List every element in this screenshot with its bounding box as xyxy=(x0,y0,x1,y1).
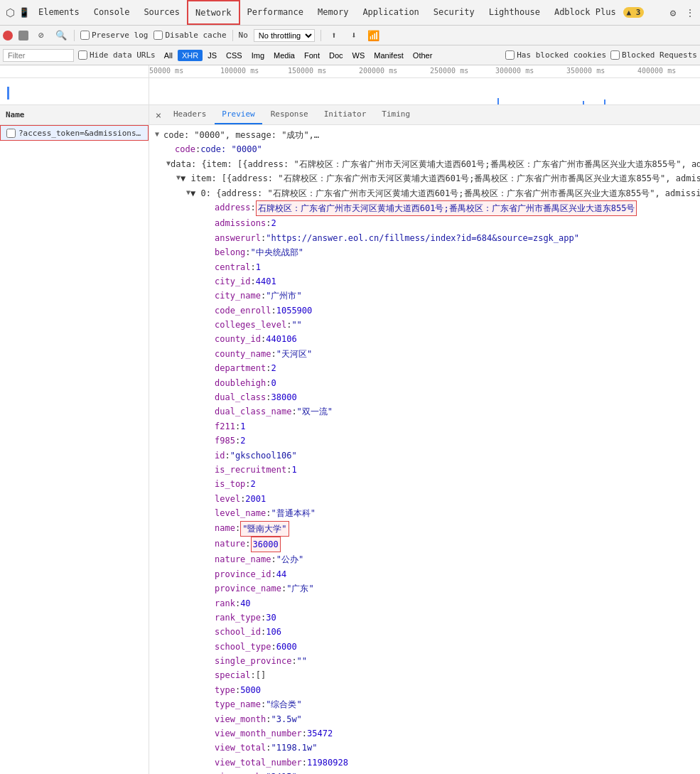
tab-memory[interactable]: Memory xyxy=(311,0,355,25)
scale-mark-8: 400000 ms xyxy=(637,67,676,75)
detail-tab-preview[interactable]: Preview xyxy=(215,105,262,124)
disable-cache-checkbox[interactable] xyxy=(154,31,163,40)
more-icon[interactable]: ⋮ xyxy=(683,6,697,20)
field-code-enroll: code_enroll: 1055900 xyxy=(155,303,694,318)
detail-tab-headers[interactable]: Headers xyxy=(166,105,213,124)
field-type-name: type_name: "综合类" xyxy=(155,697,694,711)
scale-mark-3: 150000 ms xyxy=(288,67,326,75)
settings-icon[interactable]: ⚙ xyxy=(666,6,680,20)
timeline-bar: 50000 ms 100000 ms 150000 ms 200000 ms 2… xyxy=(0,65,700,105)
tab-application[interactable]: Application xyxy=(355,0,426,25)
inspect-icon[interactable]: ⬡ xyxy=(3,6,17,20)
search-icon[interactable]: 🔍 xyxy=(54,28,68,43)
field-address: address: 石牌校区：广东省广州市天河区黄埔大道西601号;番禺校区：广东… xyxy=(155,200,694,216)
wifi-icon[interactable]: 📶 xyxy=(367,28,381,43)
device-icon[interactable]: 📱 xyxy=(17,6,31,20)
timeline-waterfall xyxy=(149,78,700,104)
download-icon[interactable]: ⬇ xyxy=(347,28,361,43)
scale-mark-6: 300000 ms xyxy=(495,67,534,75)
throttle-select[interactable]: No throttling Fast 3G Slow 3G xyxy=(254,29,315,42)
hide-data-urls-checkbox[interactable] xyxy=(78,50,87,60)
preserve-log-checkbox[interactable] xyxy=(80,31,90,40)
filter-doc-btn[interactable]: Doc xyxy=(325,50,348,61)
field-f985: f985: 2 xyxy=(155,434,694,448)
has-blocked-checkbox[interactable] xyxy=(505,50,515,60)
no-throttling-label: No xyxy=(239,31,248,40)
preserve-log-label[interactable]: Preserve log xyxy=(80,31,148,40)
field-is-recruitment: is_recruitment: 1 xyxy=(155,463,694,477)
hide-data-urls-label[interactable]: Hide data URLs xyxy=(78,50,156,60)
item0-summary-line: ▼ 0: {address: "石牌校区：广东省广州市天河区黄埔大道西601号;… xyxy=(155,186,694,200)
main-tabs: Elements Console Sources Network Perform… xyxy=(31,0,644,25)
field-colleges-level: colleges_level: "" xyxy=(155,318,694,332)
filter-ws-btn[interactable]: WS xyxy=(348,50,370,61)
scale-mark-7: 350000 ms xyxy=(566,67,605,75)
tab-performance[interactable]: Performance xyxy=(240,0,311,25)
tab-adblock[interactable]: Adblock Plus xyxy=(547,0,623,25)
field-city-id: city_id: 4401 xyxy=(155,274,694,289)
tab-network[interactable]: Network xyxy=(187,0,240,25)
field-view-week: view_week: "2415" xyxy=(155,770,694,774)
field-central: central: 1 xyxy=(155,260,694,274)
field-level-name: level_name: "普通本科" xyxy=(155,506,694,520)
detail-panel: × Headers Preview Response Initiator Tim… xyxy=(149,105,700,774)
field-view-month-number: view_month_number: 35472 xyxy=(155,726,694,741)
field-special: special: [] xyxy=(155,668,694,682)
devtools-tab-bar: ⬡ 📱 Elements Console Sources Network Per… xyxy=(0,0,700,26)
filter-icon[interactable]: ⊘ xyxy=(34,28,48,43)
request-item-checkbox[interactable] xyxy=(6,129,16,138)
separator2 xyxy=(232,30,233,41)
item-summary-line: ▼ item: [{address: "石牌校区：广东省广州市天河区黄埔大道西6… xyxy=(155,171,694,186)
field-is-top: is_top: 2 xyxy=(155,477,694,491)
filter-media-btn[interactable]: Media xyxy=(269,50,299,61)
filter-manifest-btn[interactable]: Manifest xyxy=(370,50,408,61)
filter-type-buttons: All XHR JS CSS Img Media Font Doc WS Man… xyxy=(160,50,437,61)
field-view-month: view_month: "3.5w" xyxy=(155,712,694,726)
detail-tab-timing[interactable]: Timing xyxy=(375,105,417,124)
toolbar-icons: ⚙ ⋮ xyxy=(666,6,697,20)
field-type: type: 5000 xyxy=(155,683,694,697)
upload-icon[interactable]: ⬆ xyxy=(327,28,341,43)
tab-console[interactable]: Console xyxy=(87,0,137,25)
field-name: name: "暨南大学" xyxy=(155,521,694,537)
field-school-id: school_id: 106 xyxy=(155,625,694,639)
waterfall-spike-2 xyxy=(583,101,584,104)
filter-other-btn[interactable]: Other xyxy=(409,50,437,61)
json-viewer[interactable]: code: "0000", message: "成功",… code: code… xyxy=(149,125,700,774)
detail-tab-initiator[interactable]: Initiator xyxy=(317,105,374,124)
filter-css-btn[interactable]: CSS xyxy=(222,50,247,61)
request-item-selected[interactable]: ?access_token=&admissions=... xyxy=(0,125,149,141)
filter-js-btn[interactable]: JS xyxy=(203,50,221,61)
blocked-requests-label[interactable]: Blocked Requests xyxy=(610,50,697,60)
expand-root[interactable] xyxy=(155,128,163,140)
disable-cache-label[interactable]: Disable cache xyxy=(154,31,226,40)
main-content: Name ?access_token=&admissions=... × Hea… xyxy=(0,105,700,774)
tab-sources[interactable]: Sources xyxy=(136,0,187,25)
filter-font-btn[interactable]: Font xyxy=(300,50,324,61)
stop-button[interactable] xyxy=(18,31,28,41)
scale-mark-2: 100000 ms xyxy=(220,67,259,75)
detail-close-btn[interactable]: × xyxy=(152,109,165,122)
blocked-requests-checkbox[interactable] xyxy=(610,50,620,60)
summary-line: code: "0000", message: "成功",… xyxy=(155,128,694,142)
field-doublehigh: doublehigh: 0 xyxy=(155,376,694,390)
tab-security[interactable]: Security xyxy=(426,0,482,25)
filter-bar: Hide data URLs All XHR JS CSS Img Media … xyxy=(0,45,700,65)
field-rank: rank: 40 xyxy=(155,596,694,611)
filter-input[interactable] xyxy=(3,49,74,62)
field-dual-class: dual_class: 38000 xyxy=(155,390,694,404)
waterfall-spike-1 xyxy=(497,98,499,104)
field-nature: nature: 36000 xyxy=(155,537,694,552)
tab-lighthouse[interactable]: Lighthouse xyxy=(482,0,547,25)
field-nature-name: nature_name: "公办" xyxy=(155,552,694,566)
filter-xhr-btn[interactable]: XHR xyxy=(178,50,203,61)
separator3 xyxy=(321,30,321,41)
has-blocked-label[interactable]: Has blocked cookies xyxy=(505,50,606,60)
filter-img-btn[interactable]: Img xyxy=(247,50,269,61)
filter-all-btn[interactable]: All xyxy=(160,50,177,61)
detail-tab-response[interactable]: Response xyxy=(264,105,316,124)
field-view-total-number: view_total_number: 11980928 xyxy=(155,756,694,770)
data-line: data: {item: [{address: "石牌校区：广东省广州市天河区黄… xyxy=(155,157,694,171)
record-button[interactable] xyxy=(3,31,13,41)
tab-elements[interactable]: Elements xyxy=(31,0,87,25)
